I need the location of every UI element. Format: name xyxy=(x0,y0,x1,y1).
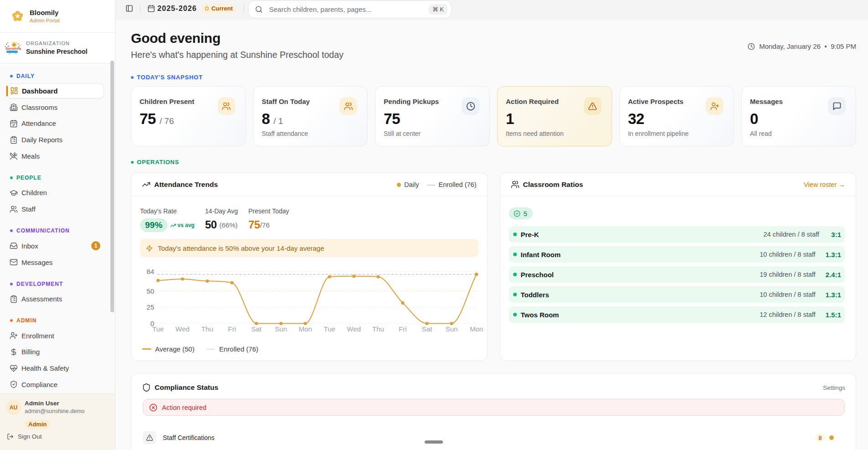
svg-text:Sun: Sun xyxy=(446,325,458,333)
svg-text:Wed: Wed xyxy=(347,325,361,333)
svg-text:84: 84 xyxy=(146,268,154,275)
svg-text:Wed: Wed xyxy=(176,325,190,333)
svg-text:Mon: Mon xyxy=(299,325,312,333)
svg-text:Fri: Fri xyxy=(228,325,236,333)
svg-text:Thu: Thu xyxy=(202,325,213,333)
svg-text:50: 50 xyxy=(146,287,154,295)
svg-text:Tue: Tue xyxy=(324,325,335,333)
svg-text:Sat: Sat xyxy=(422,325,432,333)
svg-text:Sun: Sun xyxy=(275,325,287,333)
svg-text:Sat: Sat xyxy=(251,325,262,333)
svg-text:Fri: Fri xyxy=(399,325,407,333)
svg-text:25: 25 xyxy=(146,303,154,311)
svg-text:Mon: Mon xyxy=(470,325,483,333)
svg-text:Thu: Thu xyxy=(372,325,384,333)
svg-text:Tue: Tue xyxy=(152,325,164,333)
